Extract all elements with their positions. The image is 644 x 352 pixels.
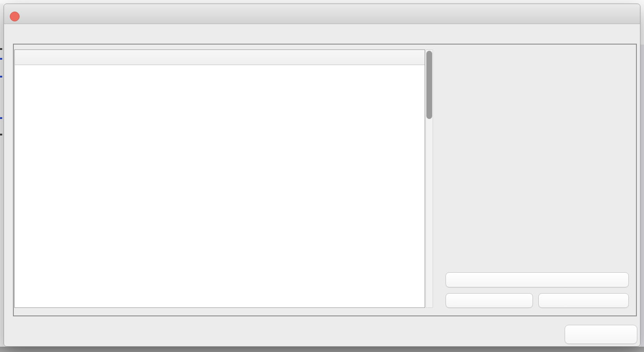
scrollbar-thumb[interactable] [426, 51, 432, 119]
background-code-fragment [0, 76, 2, 78]
background-code-fragment [0, 58, 2, 60]
white-theme-button[interactable] [446, 293, 533, 308]
tab-content-panel [13, 44, 637, 316]
titlebar [4, 4, 640, 24]
close-button[interactable] [565, 325, 637, 344]
window-close-icon[interactable] [10, 12, 20, 21]
styles-table [14, 49, 425, 308]
screen: { "window": { "title": "Settings", "clos… [0, 0, 644, 352]
background-code-fragment [0, 134, 2, 135]
background-code-fragment [0, 117, 2, 119]
background-left-strip [0, 4, 4, 347]
restore-default-colors-button[interactable] [446, 272, 629, 287]
table-header-row [15, 50, 425, 65]
background-right-sliver [640, 45, 644, 347]
background-bottom-strip [0, 347, 644, 352]
dark-theme-button[interactable] [538, 293, 629, 308]
settings-dialog [4, 4, 640, 347]
table-scrollbar[interactable] [425, 49, 433, 308]
background-code-fragment [0, 48, 2, 50]
